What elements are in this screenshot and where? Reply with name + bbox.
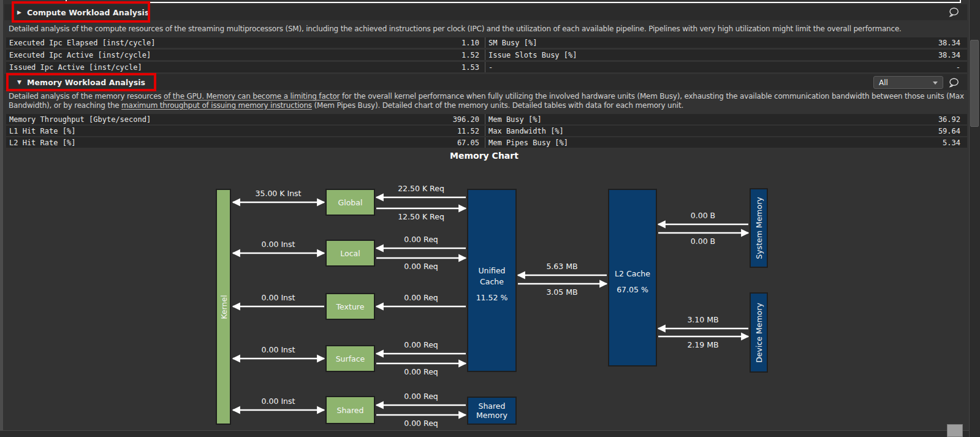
- metric-value: 59.64: [938, 127, 960, 135]
- metric-value: 396.20: [453, 115, 479, 124]
- flow-label: 12.50 K Req: [398, 212, 444, 221]
- surface-box: Surface: [325, 345, 375, 372]
- kernel-box: Kernel: [216, 189, 231, 425]
- surface-box-label: Surface: [336, 354, 365, 363]
- metric-value: 1.53: [462, 63, 479, 72]
- device-memory-box: Device Memory: [750, 292, 768, 373]
- footer-strip: [0, 430, 980, 437]
- scrollbar-corner: [947, 424, 963, 437]
- metric-row: L1 Hit Rate [%] 11.52: [6, 126, 485, 136]
- metric-label: Executed Ipc Elapsed [inst/cycle]: [9, 39, 155, 47]
- desc-segment: Detailed analysis of the memory resource…: [9, 92, 164, 101]
- memory-chart-title: Memory Chart: [0, 151, 968, 161]
- system-memory-box: System Memory: [750, 188, 768, 268]
- metric-row: Max Bandwidth [%] 59.64: [485, 126, 967, 136]
- comment-bubble-icon[interactable]: [948, 77, 960, 91]
- metric-label: -: [488, 63, 493, 72]
- section-title-memory: Memory Workload Analysis: [27, 78, 145, 87]
- l2-cache-box: L2 Cache 67.05 %: [608, 189, 657, 367]
- flow-label: 0.00 Req: [404, 419, 438, 428]
- chevron-down-icon[interactable]: ▼: [17, 79, 21, 85]
- unified-cache-label: Cache: [468, 276, 515, 287]
- texture-box-label: Texture: [336, 302, 365, 311]
- flow-label: 0.00 Inst: [262, 345, 295, 354]
- metric-row: Issue Slots Busy [%] 38.34: [485, 50, 967, 60]
- flow-label: 0.00 B: [691, 237, 715, 246]
- local-box-label: Local: [340, 249, 360, 258]
- flow-label: 0.00 Req: [404, 392, 438, 401]
- device-memory-label: Device Memory: [754, 303, 764, 363]
- metric-value: 1.10: [462, 39, 479, 47]
- metric-label: Mem Busy [%]: [488, 115, 542, 124]
- unified-cache-label: Unified: [468, 265, 515, 276]
- dropdown-arrow-icon: [933, 82, 938, 85]
- metric-row: L2 Hit Rate [%] 67.05: [6, 137, 485, 148]
- shared-memory-label: Shared Memory: [474, 401, 511, 420]
- metric-label: Executed Ipc Active [inst/cycle]: [9, 51, 151, 59]
- flow-label: 3.10 MB: [687, 315, 718, 324]
- comment-bubble-icon[interactable]: [948, 6, 960, 21]
- metric-label: Memory Throughput [Gbyte/second]: [9, 115, 151, 124]
- flow-label: 22.50 K Req: [398, 184, 444, 193]
- shared-box: Shared: [325, 396, 375, 424]
- metric-value: 36.92: [938, 115, 960, 124]
- metric-row: Issued Ipc Active [inst/cycle] 1.53: [6, 62, 485, 72]
- metric-value: 38.34: [938, 51, 960, 59]
- desc-segment-underlined: of the GPU. Memory can become a limiting…: [164, 92, 340, 101]
- metric-row: - -: [485, 62, 967, 72]
- metric-label: Max Bandwidth [%]: [488, 127, 564, 135]
- l2-cache-hit-rate: 67.05 %: [609, 284, 656, 295]
- flow-label: 0.00 Req: [404, 293, 438, 302]
- metric-value: 1.52: [462, 51, 479, 59]
- l2-cache-label: L2 Cache: [609, 268, 656, 279]
- section-header-memory-workload[interactable]: ▼ Memory Workload Analysis: [4, 74, 967, 90]
- metric-row: Memory Throughput [Gbyte/second] 396.20: [6, 114, 485, 124]
- global-box: Global: [325, 189, 375, 216]
- metric-value: 5.34: [943, 139, 960, 147]
- metric-value: -: [956, 63, 960, 72]
- metric-label: Issue Slots Busy [%]: [488, 51, 577, 59]
- flow-label: 5.63 MB: [546, 262, 577, 271]
- desc-segment-underlined: maximum throughput of issuing memory ins…: [121, 101, 312, 110]
- flow-label: 0.00 Req: [404, 235, 438, 244]
- metric-label: Issued Ipc Active [inst/cycle]: [9, 63, 142, 72]
- metric-label: Mem Pipes Busy [%]: [488, 139, 568, 147]
- flow-label: 0.00 Req: [404, 340, 438, 349]
- filter-dropdown[interactable]: All: [873, 76, 943, 89]
- metric-row: SM Busy [%] 38.34: [485, 37, 967, 48]
- local-box: Local: [325, 240, 375, 267]
- vertical-scrollbar-thumb[interactable]: [970, 40, 979, 127]
- metric-label: L2 Hit Rate [%]: [9, 139, 75, 147]
- metric-row: Executed Ipc Elapsed [inst/cycle] 1.10: [6, 37, 485, 48]
- metric-row: Mem Pipes Busy [%] 5.34: [485, 137, 967, 148]
- flow-label: 3.05 MB: [546, 287, 577, 297]
- memory-chart: Kernel Global Local Texture Surface Shar…: [0, 165, 968, 432]
- flow-label: 35.00 K Inst: [256, 189, 302, 198]
- flow-label: 0.00 B: [691, 211, 715, 220]
- metric-row: Mem Busy [%] 36.92: [485, 114, 967, 124]
- flow-label: 0.00 Req: [404, 262, 438, 271]
- flow-label: 0.00 Inst: [262, 240, 295, 249]
- clipped-box-above: [66, 0, 961, 3]
- memory-description: Detailed analysis of the memory resource…: [9, 92, 966, 110]
- shared-box-label: Shared: [336, 406, 363, 415]
- flow-label: 0.00 Inst: [262, 293, 295, 302]
- section-header-compute-workload[interactable]: ▶ Compute Workload Analysis: [4, 4, 967, 20]
- chevron-right-icon[interactable]: ▶: [17, 9, 21, 15]
- metric-label: L1 Hit Rate [%]: [9, 127, 75, 135]
- texture-box: Texture: [325, 293, 375, 320]
- filter-dropdown-value: All: [879, 78, 888, 87]
- flow-label: 2.19 MB: [687, 340, 718, 349]
- desc-segment: (Mem Pipes Busy). Detailed chart of the …: [312, 101, 683, 110]
- metric-value: 11.52: [457, 127, 479, 135]
- metric-value: 38.34: [938, 39, 960, 47]
- metric-label: SM Busy [%]: [488, 39, 537, 47]
- metric-value: 67.05: [457, 139, 479, 147]
- unified-cache-box: Unified Cache 11.52 %: [467, 189, 517, 372]
- section-title-compute: Compute Workload Analysis: [27, 8, 150, 17]
- unified-cache-hit-rate: 11.52 %: [468, 292, 515, 303]
- flow-label: 0.00 Inst: [262, 397, 295, 406]
- shared-memory-box: Shared Memory: [467, 397, 517, 425]
- metric-row: Executed Ipc Active [inst/cycle] 1.52: [6, 50, 485, 60]
- flow-label: 0.00 Req: [404, 367, 438, 376]
